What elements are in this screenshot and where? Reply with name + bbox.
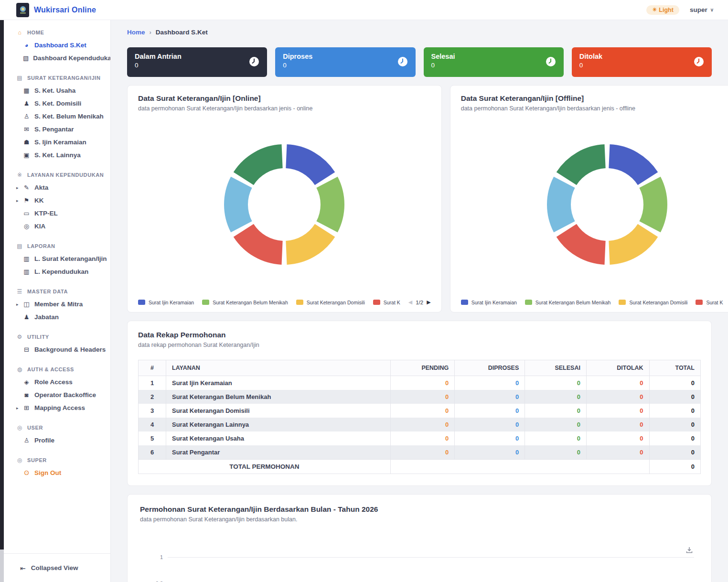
table-row: 4Surat Keterangan Lainnya00000: [139, 418, 701, 431]
stat-card-dalam-antrian[interactable]: Dalam Antrian0: [127, 47, 267, 77]
recap-table-card: Data Rekap Permohonan data rekap permoho…: [127, 321, 712, 486]
user-menu[interactable]: super ∨: [690, 6, 714, 13]
legend-item[interactable]: Surat Keterangan Domisili: [619, 300, 687, 305]
nav-section-header: ▤SURAT KETERANGAN/IJIN: [4, 72, 110, 84]
sidebar-item-label: KK: [34, 197, 44, 204]
legend-item[interactable]: Surat Keterangan Belum Menikah: [525, 300, 611, 305]
donut-chart-offline[interactable]: [461, 112, 728, 297]
sidebar-item-jabatan[interactable]: ♟Jabatan: [4, 311, 110, 323]
mapping-icon: ⊞: [23, 404, 30, 411]
breadcrumb-home-link[interactable]: Home: [127, 29, 145, 36]
sidebar-item-l-kependudukan[interactable]: ▥L. Kependudukan: [4, 265, 110, 278]
sidebar-item-profile[interactable]: ♙Profile: [4, 434, 110, 447]
brand: Wukirsari Online: [16, 3, 96, 17]
legend-next-icon[interactable]: ▶: [427, 299, 430, 305]
legend-item[interactable]: Surat Keterangan Belum Menikah: [202, 300, 288, 305]
sidebar-item-label: Role Access: [34, 378, 73, 386]
row-total-value: 0: [649, 418, 700, 431]
sidebar-item-label: L. Surat Keterangan/Ijin: [34, 255, 107, 262]
sidebar-item-s-pengantar[interactable]: ✉S. Pengantar: [4, 123, 110, 136]
sidebar-item-operator-backoffice[interactable]: ◙Operator Backoffice: [4, 388, 110, 401]
certificate-icon: ✎: [23, 184, 30, 191]
table-row: 1Surat Ijin Keramaian00000: [139, 376, 701, 390]
sidebar-item-mapping-access[interactable]: ▸⊞Mapping Access: [4, 401, 110, 414]
chevron-right-icon: ▸: [16, 302, 19, 307]
donut-segment-6[interactable]: [244, 156, 282, 179]
sidebar-item-kk[interactable]: ▸⚑KK: [4, 194, 110, 207]
donut-segment-1[interactable]: [609, 156, 648, 179]
donut-segment-3[interactable]: [609, 230, 648, 253]
stat-card-selesai[interactable]: Selesai0: [424, 47, 564, 77]
kid-card-icon: ◎: [23, 223, 30, 230]
legend-item[interactable]: Surat K: [373, 300, 400, 305]
sidebar-item-kia[interactable]: ◎KIA: [4, 220, 110, 233]
sidebar-item-s-ket-belum-menikah[interactable]: ♙S. Ket. Belum Menikah: [4, 110, 110, 123]
sidebar-item-s-ijin-keramaian[interactable]: ☗S. Ijin Keramaian: [4, 136, 110, 149]
sidebar-item-dashboard-kependudukan[interactable]: ▧Dashboard Kependudukan: [4, 52, 110, 65]
col-header-no: #: [139, 360, 166, 376]
legend-label: Surat K: [706, 300, 723, 305]
sidebar-item-s-ket-lainnya[interactable]: ▣S. Ket. Lainnya: [4, 149, 110, 162]
nav-section-header: ◎SUPER: [4, 454, 110, 466]
sidebar-item-background-headers[interactable]: ⊟Background & Headers: [4, 343, 110, 356]
legend-swatch: [296, 300, 303, 305]
stat-card-diproses[interactable]: Diproses0: [275, 47, 415, 77]
donut-segment-2[interactable]: [650, 182, 655, 226]
nav-section-header: ◎USER: [4, 421, 110, 434]
sidebar-item-dashboard-s-ket[interactable]: ◕Dashboard S.Ket: [4, 39, 110, 52]
row-layanan: Surat Pengantar: [166, 445, 391, 460]
recap-footer-spacer: [391, 460, 650, 474]
legend-item[interactable]: Surat Keterangan Domisili: [296, 300, 365, 305]
nav-section-label: LAPORAN: [27, 243, 55, 249]
row-ditolak-value: 0: [586, 418, 649, 431]
legend-item[interactable]: Surat K: [696, 300, 723, 305]
sidebar-item-label: Mapping Access: [34, 404, 85, 411]
donut-segment-2[interactable]: [327, 182, 332, 226]
donut-segment-3[interactable]: [287, 230, 325, 253]
chart-download-icon[interactable]: [685, 546, 693, 556]
sidebar-item-akta[interactable]: ▸✎Akta: [4, 181, 110, 194]
sidebar-item-role-access[interactable]: ◈Role Access: [4, 376, 110, 388]
donut-segment-5[interactable]: [559, 182, 564, 226]
legend-prev-icon[interactable]: ◀: [408, 299, 412, 305]
donut-segment-6[interactable]: [567, 156, 605, 179]
row-layanan: Surat Keterangan Usaha: [166, 431, 391, 445]
donut-segment-4[interactable]: [244, 230, 282, 253]
row-diproses-value: 0: [455, 404, 525, 418]
sidebar-item-s-ket-domisili[interactable]: ♟S. Ket. Domisili: [4, 97, 110, 110]
donut-charts-row: Data Surat Keterangan/Ijin [Online] data…: [127, 85, 712, 313]
nav-section-header: ◍AUTH & ACCESS: [4, 363, 110, 376]
page-scrollbar[interactable]: [0, 0, 4, 582]
sidebar-item-s-ket-usaha[interactable]: ▦S. Ket. Usaha: [4, 84, 110, 97]
clock-icon: [694, 56, 704, 69]
theme-toggle[interactable]: ☀ Light: [646, 5, 679, 15]
clock-icon: [249, 56, 259, 69]
legend-item[interactable]: Surat Ijin Keramaian: [461, 300, 517, 305]
nav-section-label: UTILITY: [27, 334, 49, 340]
legend-item[interactable]: Surat Ijin Keramaian: [138, 300, 194, 305]
donut-segment-5[interactable]: [236, 182, 241, 226]
row-total-value: 0: [649, 404, 700, 418]
donut-segment-1[interactable]: [287, 156, 325, 179]
table-row: 3Surat Keterangan Domisili00000: [139, 404, 701, 418]
stamp-icon: ▤: [16, 75, 23, 81]
monthly-chart-card: Permohonan Surat Keterangan/Ijin Berdasa…: [127, 494, 712, 582]
sidebar-item-sign-out[interactable]: ʘSign Out: [4, 466, 110, 479]
stat-card-ditolak[interactable]: Ditolak0: [572, 47, 712, 77]
collapse-view-button[interactable]: ⇤ Collapsed View: [4, 553, 110, 582]
row-number: 1: [139, 376, 166, 390]
row-number: 4: [139, 418, 166, 431]
legend-label: Surat Keterangan Belum Menikah: [535, 300, 611, 305]
sun-icon: ☀: [652, 7, 657, 13]
donut-chart-online[interactable]: [138, 112, 431, 297]
donut-segment-4[interactable]: [567, 230, 605, 253]
sidebar-item-member-mitra[interactable]: ▸◫Member & Mitra: [4, 298, 110, 311]
main-content: Home › Dashboard S.Ket Dalam Antrian0Dip…: [111, 20, 728, 582]
sidebar-item-ktp-el[interactable]: ▭KTP-EL: [4, 207, 110, 220]
sidebar-item-l-surat-keterangan-ijin[interactable]: ▥L. Surat Keterangan/Ijin: [4, 252, 110, 265]
col-header-layanan: LAYANAN: [166, 360, 391, 376]
donut-offline-subtitle: data permohonan Surat Keterangan/Ijin be…: [461, 105, 728, 112]
row-diproses-value: 0: [455, 445, 525, 460]
sidebar-item-label: L. Kependudukan: [34, 268, 88, 275]
breadcrumb-current: Dashboard S.Ket: [156, 29, 208, 36]
